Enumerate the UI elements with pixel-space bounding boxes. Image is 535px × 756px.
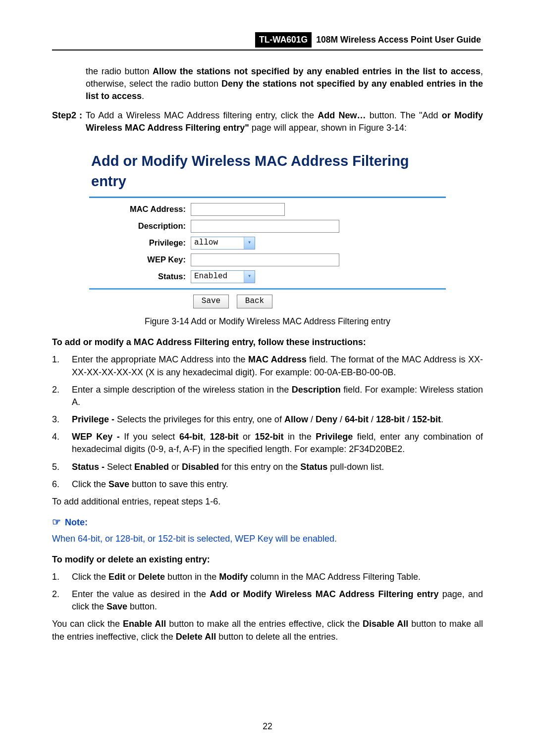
step-2: Step2： To Add a Wireless MAC Address fil… [52,109,483,134]
product-model: TL-WA601G [255,32,312,48]
guide-title: 108M Wireless Access Point User Guide [314,32,483,48]
label-mac: MAC Address: [89,203,191,215]
continuation-paragraph: the radio button Allow the stations not … [86,65,483,103]
status-select[interactable]: Enabled ▾ [191,270,255,283]
closing-paragraph: You can click the Enable All button to m… [52,618,483,643]
list-number: 6. [52,478,72,491]
privilege-value: allow [191,237,221,248]
list-item: 3. Privilege - Selects the privileges fo… [52,413,483,426]
row-status: Status: Enabled ▾ [89,270,446,283]
wep-key-input[interactable] [191,253,339,266]
instruction-list: 1. Enter the appropriate MAC Address int… [52,353,483,491]
page-header: TL-WA601G 108M Wireless Access Point Use… [52,32,483,50]
description-input[interactable] [191,220,339,233]
list-item: 2. Enter a simple description of the wir… [52,384,483,408]
chevron-down-icon: ▾ [244,237,255,249]
instructions-heading: To add or modify a MAC Address Filtering… [52,336,483,349]
list-item: 6. Click the Save button to save this en… [52,478,483,491]
list-number: 4. [52,431,72,455]
text: the radio button [86,66,153,76]
pointing-hand-icon: ☞ [52,516,61,527]
note-label: Note: [65,517,88,527]
divider [89,288,446,290]
list-item: 1. Enter the appropriate MAC Address int… [52,353,483,378]
list-number: 1. [52,353,72,378]
status-value: Enabled [191,271,230,282]
privilege-select[interactable]: allow ▾ [191,237,255,250]
list-number: 3. [52,413,72,426]
list-number: 2. [52,384,72,408]
label-wep: WEP Key: [89,254,191,265]
text: Allow the stations not specified by any … [153,66,481,76]
list-body: Enter the appropriate MAC Address into t… [72,353,483,378]
figure-3-14: Add or Modify Wireless MAC Address Filte… [52,143,483,308]
list-body: WEP Key - If you select 64-bit, 128-bit … [72,431,483,455]
page-number: 22 [0,720,535,733]
text: page will appear, shown in Figure 3-14: [249,123,407,133]
list-body: Privilege - Selects the privileges for t… [72,413,483,426]
list-body: Click the Edit or Delete button in the M… [72,571,483,583]
row-wep-key: WEP Key: [89,253,446,266]
mac-address-input[interactable] [191,203,285,216]
step-label: Step2： [52,109,86,134]
row-privilege: Privilege: allow ▾ [89,237,446,250]
label-privilege: Privilege: [89,237,191,249]
chevron-down-icon: ▾ [244,271,255,283]
back-button[interactable]: Back [237,295,272,308]
modify-heading: To modify or delete an existing entry: [52,554,483,566]
list-body: Enter the value as desired in the Add or… [72,588,483,613]
list-item: 2. Enter the value as desired in the Add… [52,588,483,613]
step-body: To Add a Wireless MAC Address filtering … [86,109,483,134]
text: To Add a Wireless MAC Address filtering … [86,110,318,120]
modify-list: 1. Click the Edit or Delete button in th… [52,571,483,613]
repeat-note: To add additional entries, repeat steps … [52,496,483,508]
divider [89,197,446,198]
list-number: 5. [52,461,72,473]
text: . [142,91,144,101]
figure-caption: Figure 3-14 Add or Modify Wireless MAC A… [52,315,483,328]
row-description: Description: [89,220,446,233]
label-status: Status: [89,271,191,282]
note-heading: ☞Note: [52,515,483,529]
list-item: 5. Status - Select Enabled or Disabled f… [52,461,483,473]
text: Add New… [318,110,366,120]
text: button. The "Add [366,110,442,120]
save-button[interactable]: Save [193,295,229,308]
note-body: When 64-bit, or 128-bit, or 152-bit is s… [52,533,483,545]
list-item: 1. Click the Edit or Delete button in th… [52,571,483,583]
list-body: Status - Select Enabled or Disabled for … [72,461,483,473]
list-body: Enter a simple description of the wirele… [72,384,483,408]
row-mac-address: MAC Address: [89,203,446,216]
list-item: 4. WEP Key - If you select 64-bit, 128-b… [52,431,483,455]
list-number: 2. [52,588,72,613]
list-body: Click the Save button to save this entry… [72,478,483,491]
figure-title: Add or Modify Wireless MAC Address Filte… [91,151,446,191]
label-description: Description: [89,220,191,232]
list-number: 1. [52,571,72,583]
